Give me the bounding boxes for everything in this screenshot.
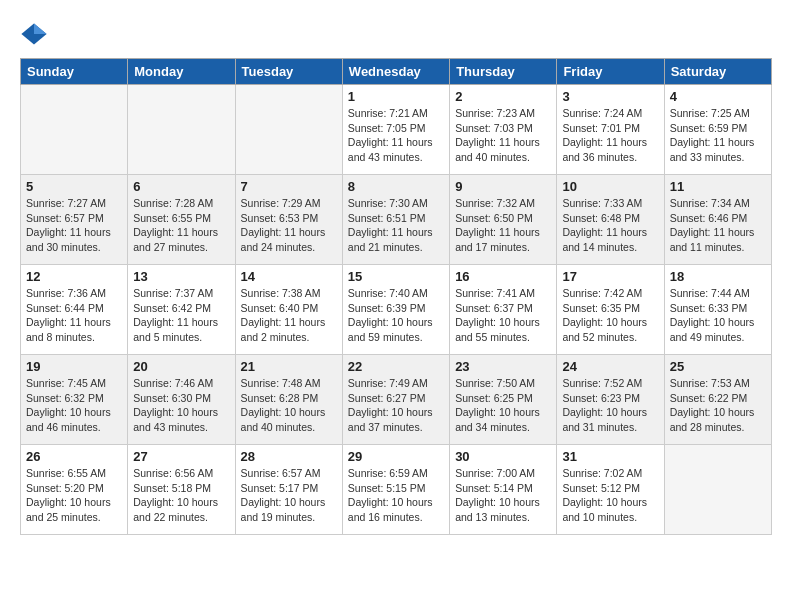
- day-info: Sunrise: 7:27 AM Sunset: 6:57 PM Dayligh…: [26, 196, 122, 255]
- calendar-week-row: 26Sunrise: 6:55 AM Sunset: 5:20 PM Dayli…: [21, 445, 772, 535]
- calendar-cell: 10Sunrise: 7:33 AM Sunset: 6:48 PM Dayli…: [557, 175, 664, 265]
- calendar-cell: 26Sunrise: 6:55 AM Sunset: 5:20 PM Dayli…: [21, 445, 128, 535]
- day-number: 4: [670, 89, 766, 104]
- day-number: 30: [455, 449, 551, 464]
- day-number: 19: [26, 359, 122, 374]
- calendar-cell: 31Sunrise: 7:02 AM Sunset: 5:12 PM Dayli…: [557, 445, 664, 535]
- day-number: 5: [26, 179, 122, 194]
- calendar-cell: 12Sunrise: 7:36 AM Sunset: 6:44 PM Dayli…: [21, 265, 128, 355]
- calendar: SundayMondayTuesdayWednesdayThursdayFrid…: [20, 58, 772, 535]
- day-info: Sunrise: 7:33 AM Sunset: 6:48 PM Dayligh…: [562, 196, 658, 255]
- calendar-cell: 15Sunrise: 7:40 AM Sunset: 6:39 PM Dayli…: [342, 265, 449, 355]
- day-info: Sunrise: 7:23 AM Sunset: 7:03 PM Dayligh…: [455, 106, 551, 165]
- column-header-sunday: Sunday: [21, 59, 128, 85]
- day-number: 11: [670, 179, 766, 194]
- day-info: Sunrise: 7:24 AM Sunset: 7:01 PM Dayligh…: [562, 106, 658, 165]
- page-header: [20, 20, 772, 48]
- day-number: 2: [455, 89, 551, 104]
- calendar-cell: 14Sunrise: 7:38 AM Sunset: 6:40 PM Dayli…: [235, 265, 342, 355]
- day-number: 24: [562, 359, 658, 374]
- day-number: 9: [455, 179, 551, 194]
- day-number: 26: [26, 449, 122, 464]
- day-info: Sunrise: 7:38 AM Sunset: 6:40 PM Dayligh…: [241, 286, 337, 345]
- day-number: 6: [133, 179, 229, 194]
- day-info: Sunrise: 7:52 AM Sunset: 6:23 PM Dayligh…: [562, 376, 658, 435]
- day-number: 16: [455, 269, 551, 284]
- day-info: Sunrise: 7:48 AM Sunset: 6:28 PM Dayligh…: [241, 376, 337, 435]
- calendar-header-row: SundayMondayTuesdayWednesdayThursdayFrid…: [21, 59, 772, 85]
- calendar-cell: [664, 445, 771, 535]
- day-info: Sunrise: 6:56 AM Sunset: 5:18 PM Dayligh…: [133, 466, 229, 525]
- day-number: 15: [348, 269, 444, 284]
- day-number: 13: [133, 269, 229, 284]
- day-number: 23: [455, 359, 551, 374]
- calendar-cell: 9Sunrise: 7:32 AM Sunset: 6:50 PM Daylig…: [450, 175, 557, 265]
- day-info: Sunrise: 7:40 AM Sunset: 6:39 PM Dayligh…: [348, 286, 444, 345]
- calendar-cell: 21Sunrise: 7:48 AM Sunset: 6:28 PM Dayli…: [235, 355, 342, 445]
- day-info: Sunrise: 7:32 AM Sunset: 6:50 PM Dayligh…: [455, 196, 551, 255]
- day-number: 3: [562, 89, 658, 104]
- svg-marker-1: [34, 24, 47, 35]
- calendar-cell: 6Sunrise: 7:28 AM Sunset: 6:55 PM Daylig…: [128, 175, 235, 265]
- day-number: 14: [241, 269, 337, 284]
- calendar-week-row: 1Sunrise: 7:21 AM Sunset: 7:05 PM Daylig…: [21, 85, 772, 175]
- day-number: 10: [562, 179, 658, 194]
- day-info: Sunrise: 7:29 AM Sunset: 6:53 PM Dayligh…: [241, 196, 337, 255]
- calendar-cell: 27Sunrise: 6:56 AM Sunset: 5:18 PM Dayli…: [128, 445, 235, 535]
- day-info: Sunrise: 6:59 AM Sunset: 5:15 PM Dayligh…: [348, 466, 444, 525]
- column-header-friday: Friday: [557, 59, 664, 85]
- day-info: Sunrise: 7:02 AM Sunset: 5:12 PM Dayligh…: [562, 466, 658, 525]
- calendar-cell: 16Sunrise: 7:41 AM Sunset: 6:37 PM Dayli…: [450, 265, 557, 355]
- day-number: 20: [133, 359, 229, 374]
- column-header-saturday: Saturday: [664, 59, 771, 85]
- day-info: Sunrise: 7:45 AM Sunset: 6:32 PM Dayligh…: [26, 376, 122, 435]
- day-number: 8: [348, 179, 444, 194]
- day-info: Sunrise: 7:49 AM Sunset: 6:27 PM Dayligh…: [348, 376, 444, 435]
- day-info: Sunrise: 7:00 AM Sunset: 5:14 PM Dayligh…: [455, 466, 551, 525]
- day-info: Sunrise: 7:41 AM Sunset: 6:37 PM Dayligh…: [455, 286, 551, 345]
- calendar-cell: 29Sunrise: 6:59 AM Sunset: 5:15 PM Dayli…: [342, 445, 449, 535]
- day-number: 1: [348, 89, 444, 104]
- calendar-cell: 3Sunrise: 7:24 AM Sunset: 7:01 PM Daylig…: [557, 85, 664, 175]
- column-header-tuesday: Tuesday: [235, 59, 342, 85]
- calendar-cell: 4Sunrise: 7:25 AM Sunset: 6:59 PM Daylig…: [664, 85, 771, 175]
- day-info: Sunrise: 7:21 AM Sunset: 7:05 PM Dayligh…: [348, 106, 444, 165]
- calendar-cell: 2Sunrise: 7:23 AM Sunset: 7:03 PM Daylig…: [450, 85, 557, 175]
- day-info: Sunrise: 7:42 AM Sunset: 6:35 PM Dayligh…: [562, 286, 658, 345]
- day-info: Sunrise: 7:37 AM Sunset: 6:42 PM Dayligh…: [133, 286, 229, 345]
- day-info: Sunrise: 6:55 AM Sunset: 5:20 PM Dayligh…: [26, 466, 122, 525]
- day-info: Sunrise: 7:28 AM Sunset: 6:55 PM Dayligh…: [133, 196, 229, 255]
- day-number: 12: [26, 269, 122, 284]
- calendar-cell: 8Sunrise: 7:30 AM Sunset: 6:51 PM Daylig…: [342, 175, 449, 265]
- day-info: Sunrise: 7:50 AM Sunset: 6:25 PM Dayligh…: [455, 376, 551, 435]
- day-number: 22: [348, 359, 444, 374]
- calendar-cell: 5Sunrise: 7:27 AM Sunset: 6:57 PM Daylig…: [21, 175, 128, 265]
- column-header-monday: Monday: [128, 59, 235, 85]
- calendar-cell: [128, 85, 235, 175]
- day-info: Sunrise: 7:30 AM Sunset: 6:51 PM Dayligh…: [348, 196, 444, 255]
- day-info: Sunrise: 7:53 AM Sunset: 6:22 PM Dayligh…: [670, 376, 766, 435]
- calendar-cell: 17Sunrise: 7:42 AM Sunset: 6:35 PM Dayli…: [557, 265, 664, 355]
- calendar-cell: 24Sunrise: 7:52 AM Sunset: 6:23 PM Dayli…: [557, 355, 664, 445]
- calendar-cell: 19Sunrise: 7:45 AM Sunset: 6:32 PM Dayli…: [21, 355, 128, 445]
- calendar-cell: 25Sunrise: 7:53 AM Sunset: 6:22 PM Dayli…: [664, 355, 771, 445]
- day-number: 27: [133, 449, 229, 464]
- calendar-cell: 7Sunrise: 7:29 AM Sunset: 6:53 PM Daylig…: [235, 175, 342, 265]
- calendar-cell: [21, 85, 128, 175]
- logo-icon: [20, 20, 48, 48]
- day-number: 31: [562, 449, 658, 464]
- calendar-cell: 18Sunrise: 7:44 AM Sunset: 6:33 PM Dayli…: [664, 265, 771, 355]
- day-info: Sunrise: 6:57 AM Sunset: 5:17 PM Dayligh…: [241, 466, 337, 525]
- calendar-week-row: 5Sunrise: 7:27 AM Sunset: 6:57 PM Daylig…: [21, 175, 772, 265]
- day-info: Sunrise: 7:44 AM Sunset: 6:33 PM Dayligh…: [670, 286, 766, 345]
- logo: [20, 20, 50, 48]
- day-info: Sunrise: 7:36 AM Sunset: 6:44 PM Dayligh…: [26, 286, 122, 345]
- calendar-cell: 20Sunrise: 7:46 AM Sunset: 6:30 PM Dayli…: [128, 355, 235, 445]
- calendar-cell: 28Sunrise: 6:57 AM Sunset: 5:17 PM Dayli…: [235, 445, 342, 535]
- day-number: 25: [670, 359, 766, 374]
- day-number: 18: [670, 269, 766, 284]
- day-info: Sunrise: 7:34 AM Sunset: 6:46 PM Dayligh…: [670, 196, 766, 255]
- calendar-cell: 13Sunrise: 7:37 AM Sunset: 6:42 PM Dayli…: [128, 265, 235, 355]
- day-number: 28: [241, 449, 337, 464]
- day-number: 29: [348, 449, 444, 464]
